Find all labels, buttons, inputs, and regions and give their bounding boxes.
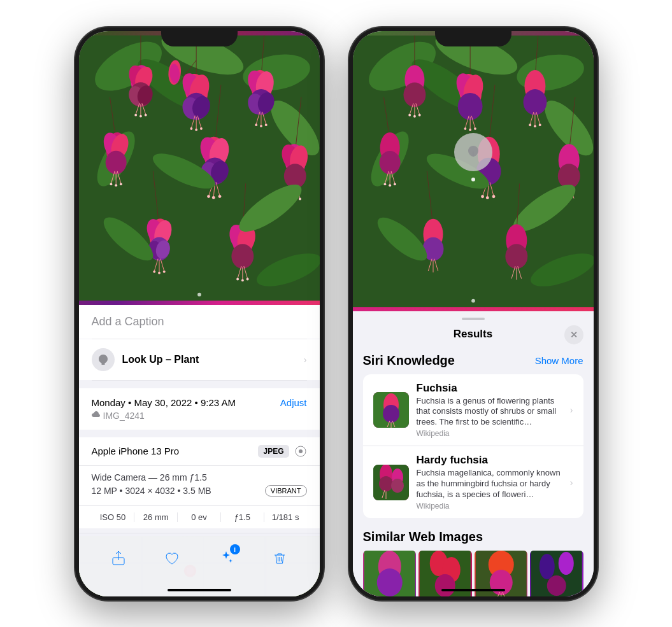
camera-specs: Wide Camera — 26 mm ƒ1.5 12 MP • 3024 × … — [79, 466, 320, 506]
svg-point-153 — [418, 113, 420, 116]
cloud-icon — [92, 411, 101, 420]
hardy-fuchsia-chevron-icon: › — [570, 477, 573, 488]
svg-point-180 — [492, 195, 495, 198]
svg-point-162 — [538, 123, 541, 126]
similar-web-images-section: Similar Web Images — [353, 522, 594, 596]
svg-point-81 — [299, 197, 301, 200]
svg-point-165 — [379, 151, 400, 174]
close-button[interactable]: ✕ — [564, 325, 583, 344]
meta-date: Monday • May 30, 2022 • 9:23 AM — [92, 397, 236, 408]
fuchsia-source: Wikipedia — [417, 429, 562, 438]
info-button[interactable]: i — [213, 546, 239, 571]
close-icon: ✕ — [570, 330, 578, 340]
meta-location: IMG_4241 — [92, 411, 307, 421]
svg-point-94 — [153, 270, 155, 272]
phone2-home-indicator — [441, 589, 505, 591]
caption-area[interactable]: Add a Caption — [79, 305, 320, 339]
svg-point-69 — [211, 196, 215, 199]
iso-value: ISO 50 — [92, 512, 135, 522]
trash-icon — [271, 550, 288, 567]
fuchsia-name: Fuchsia — [417, 382, 562, 395]
svg-point-169 — [383, 183, 386, 185]
similar-thumb-1-image — [363, 551, 417, 596]
svg-point-70 — [218, 195, 221, 198]
show-more-button[interactable]: Show More — [535, 355, 583, 366]
siri-knowledge-header: Siri Knowledge Show More — [363, 353, 583, 368]
svg-point-33 — [144, 113, 147, 116]
svg-point-55 — [110, 183, 112, 185]
svg-point-161 — [533, 125, 536, 127]
fuchsia-description: Fuchsia is a genus of flowering plants t… — [417, 396, 562, 428]
svg-point-96 — [162, 270, 165, 272]
svg-point-115 — [299, 449, 303, 453]
svg-point-171 — [393, 183, 396, 185]
caption-placeholder[interactable]: Add a Caption — [92, 315, 164, 328]
heart-icon — [164, 550, 180, 567]
svg-point-57 — [119, 183, 122, 185]
svg-point-227 — [489, 570, 512, 595]
svg-point-68 — [207, 195, 210, 198]
svg-point-232 — [540, 554, 555, 579]
resolution-spec: 12 MP • 3024 × 4032 • 3.5 MB VIBRANT — [92, 485, 307, 497]
bottom-toolbar: i — [79, 533, 320, 596]
hardy-thumb-image — [373, 465, 409, 500]
svg-point-142 — [464, 127, 466, 130]
hardy-fuchsia-thumbnail — [373, 465, 409, 500]
fuchsia-text: Fuchsia Fuchsia is a genus of flowering … — [417, 382, 562, 439]
svg-point-207 — [383, 405, 399, 423]
svg-point-151 — [408, 113, 411, 116]
lens-spec: Wide Camera — 26 mm ƒ1.5 — [92, 472, 307, 483]
svg-point-19 — [195, 128, 197, 130]
knowledge-card: Fuchsia Fuchsia is a genus of flowering … — [363, 374, 583, 518]
svg-point-105 — [236, 278, 239, 280]
delete-button[interactable] — [267, 546, 292, 571]
home-indicator — [168, 589, 231, 591]
similar-image-1[interactable] — [363, 551, 417, 596]
device-section: Apple iPhone 13 Pro JPEG Wide Camera — 2… — [79, 437, 320, 528]
knowledge-item-hardy-fuchsia[interactable]: Hardy fuchsia Fuchsia magellanica, commo… — [363, 446, 583, 518]
ev-value: 0 ev — [178, 512, 221, 522]
results-header: Results ✕ — [353, 320, 594, 346]
results-panel: Results ✕ Siri Knowledge Show More — [353, 311, 594, 596]
svg-point-147 — [403, 82, 425, 107]
svg-point-215 — [391, 479, 404, 493]
device-name: Apple iPhone 13 Pro — [92, 446, 180, 456]
siri-button[interactable] — [454, 133, 492, 171]
svg-point-112 — [197, 292, 201, 296]
svg-point-51 — [105, 150, 126, 174]
settings-icon — [294, 445, 307, 458]
svg-point-233 — [559, 552, 574, 575]
svg-point-197 — [505, 244, 527, 269]
jpeg-badge: JPEG — [258, 445, 289, 458]
flower-photo-2 — [353, 31, 594, 311]
info-badge: i — [230, 544, 240, 554]
similar-image-4[interactable] — [530, 551, 583, 596]
knowledge-item-fuchsia[interactable]: Fuchsia Fuchsia is a genus of flowering … — [363, 374, 583, 447]
siri-leaf-icon — [464, 143, 483, 162]
svg-point-106 — [241, 279, 243, 281]
svg-point-224 — [435, 574, 455, 596]
phone-2: Results ✕ Siri Knowledge Show More — [349, 27, 597, 600]
svg-point-156 — [523, 89, 547, 115]
similar-title: Similar Web Images — [363, 530, 583, 544]
svg-point-213 — [379, 476, 393, 491]
filename: IMG_4241 — [103, 411, 145, 421]
svg-point-31 — [134, 113, 137, 116]
similar-thumb-4-image — [530, 551, 583, 596]
meta-date-row: Monday • May 30, 2022 • 9:23 AM Adjust — [92, 397, 307, 408]
svg-point-220 — [376, 568, 402, 596]
phone-2-screen: Results ✕ Siri Knowledge Show More — [353, 31, 594, 596]
svg-point-101 — [231, 244, 254, 269]
lookup-row[interactable]: Look Up – Plant › — [79, 339, 320, 380]
hardy-fuchsia-name: Hardy fuchsia — [417, 454, 562, 467]
svg-point-160 — [529, 123, 531, 126]
share-icon — [110, 550, 127, 567]
adjust-button[interactable]: Adjust — [280, 397, 307, 408]
phone-1-screen: Add a Caption Look Up – Plant › Mo — [79, 31, 320, 596]
favorite-button[interactable] — [159, 546, 185, 571]
svg-point-56 — [115, 184, 117, 187]
photo-area[interactable] — [79, 31, 320, 305]
aperture-value: ƒ1.5 — [221, 512, 264, 522]
svg-point-234 — [547, 575, 566, 596]
share-button[interactable] — [106, 546, 131, 571]
